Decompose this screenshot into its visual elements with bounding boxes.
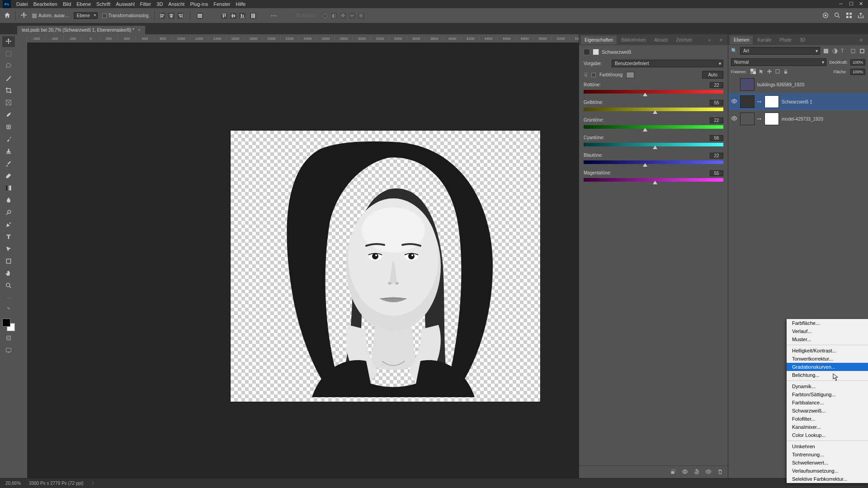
layer-link-icon[interactable]: ⊶ [757, 99, 762, 104]
menu-item-helligkeitkontrast[interactable]: Helligkeit/Kontrast... [787, 347, 868, 355]
layers-menu-icon[interactable]: ≡ [856, 36, 866, 44]
home-icon[interactable] [4, 12, 11, 20]
more-tools-icon[interactable]: ⋯ [6, 296, 11, 301]
screen-mode-icon[interactable] [2, 345, 15, 356]
lasso-tool[interactable] [2, 61, 15, 71]
view-previous-icon[interactable] [682, 469, 688, 476]
eraser-tool[interactable] [2, 170, 15, 181]
menu-item-belichtung[interactable]: Belichtung... [787, 371, 868, 379]
path-tool[interactable] [2, 244, 15, 254]
tab-paragraph[interactable]: Absatz [651, 36, 672, 44]
menu-item-dynamik[interactable]: Dynamik... [787, 382, 868, 390]
lock-all-icon[interactable] [783, 69, 788, 75]
menu-bearbeiten[interactable]: Bearbeiten [33, 1, 57, 7]
lock-transparent-icon[interactable] [750, 69, 756, 75]
menu-ebene[interactable]: Ebene [76, 1, 91, 7]
align-top-icon[interactable] [221, 13, 227, 19]
filter-pixel-icon[interactable] [823, 48, 829, 54]
auto-select-checkbox[interactable] [32, 14, 37, 18]
zoom-tool[interactable] [2, 280, 15, 291]
tab-layers[interactable]: Ebenen [730, 36, 753, 44]
menu-hilfe[interactable]: Hilfe [236, 1, 245, 7]
wand-tool[interactable] [2, 73, 15, 84]
distribute-v-icon[interactable] [250, 13, 256, 19]
gradient-tool[interactable] [2, 183, 15, 193]
menu-filter[interactable]: Filter [140, 1, 151, 7]
align-right-icon[interactable] [177, 13, 184, 19]
doc-info-arrow[interactable]: 〉 [92, 480, 96, 487]
menu-item-muster[interactable]: Muster... [787, 335, 868, 343]
lock-pixels-icon[interactable] [759, 69, 764, 75]
slider-track-2[interactable] [584, 125, 723, 129]
layer-mask-thumb[interactable] [764, 95, 779, 108]
stamp-tool[interactable] [2, 146, 15, 157]
clip-to-layer-icon[interactable] [670, 469, 676, 476]
align-center-v-icon[interactable] [230, 13, 236, 19]
color-swatches[interactable] [2, 319, 15, 331]
tint-color-swatch[interactable] [626, 72, 634, 78]
layer-type-dropdown[interactable]: Ebene [74, 12, 98, 19]
more-options-icon[interactable]: ⋯ [271, 12, 277, 19]
slider-value-4[interactable]: 22 [710, 153, 723, 159]
slider-value-1[interactable]: 55 [710, 100, 723, 106]
heal-tool[interactable] [2, 122, 15, 132]
brush-tool[interactable] [2, 134, 15, 145]
filter-smart-icon[interactable] [859, 48, 865, 54]
menu-schrift[interactable]: Schrift [96, 1, 110, 7]
filter-adjust-icon[interactable] [832, 48, 838, 54]
layer-visibility-icon[interactable] [731, 115, 737, 122]
align-bottom-icon[interactable] [239, 13, 245, 19]
minimize-icon[interactable]: ─ [839, 1, 844, 6]
fill-value[interactable]: 100% [850, 69, 865, 75]
hand-tool[interactable] [2, 268, 15, 279]
quick-mask-icon[interactable] [2, 333, 15, 343]
history-brush-tool[interactable] [2, 158, 15, 169]
move-tool[interactable] [2, 36, 15, 47]
doc-info[interactable]: 3300 Px x 2779 Px (72 ppi) [29, 481, 84, 486]
delete-adjustment-icon[interactable] [717, 469, 723, 476]
menu-auswahl[interactable]: Auswahl [116, 1, 135, 7]
menu-item-verlauf[interactable]: Verlauf... [787, 327, 868, 335]
dodge-tool[interactable] [2, 207, 15, 218]
slider-track-0[interactable] [584, 90, 723, 94]
menu-item-schwarzwei[interactable]: Schwarzweiß... [787, 407, 868, 415]
layer-link-icon[interactable]: ⊶ [757, 117, 762, 121]
tab-3d[interactable]: 3D [796, 36, 809, 44]
menu-fenster[interactable]: Fenster [213, 1, 230, 7]
share-icon[interactable] [857, 12, 864, 20]
cloud-icon[interactable] [822, 12, 829, 20]
blend-mode-dropdown[interactable]: Normal [731, 58, 826, 66]
type-tool[interactable] [2, 231, 15, 242]
menu-item-selektivefarbkorrektur[interactable]: Selektive Farbkorrektur... [787, 475, 868, 483]
lock-artboard-icon[interactable] [775, 69, 780, 75]
slider-value-3[interactable]: 56 [710, 135, 723, 141]
close-tab-icon[interactable]: × [138, 28, 141, 33]
layer-visibility-icon[interactable] [731, 98, 737, 105]
tab-properties[interactable]: Eigenschaften [581, 36, 617, 44]
eyedropper-tool[interactable] [2, 109, 15, 120]
opacity-value[interactable]: 100% [850, 59, 865, 66]
canvas-image[interactable] [231, 131, 540, 402]
distribute-icon[interactable] [197, 13, 203, 19]
reset-icon[interactable] [693, 469, 700, 476]
menu-3d[interactable]: 3D [156, 1, 163, 7]
tab-character[interactable]: Zeichen [672, 36, 696, 44]
menu-item-tontrennung[interactable]: Tontrennung... [787, 450, 868, 459]
toggle-visibility-icon[interactable] [705, 469, 712, 476]
slider-value-0[interactable]: 22 [710, 82, 723, 88]
align-left-icon[interactable] [159, 13, 165, 19]
panel-collapse-icon[interactable]: « [705, 36, 715, 44]
layer-filter-dropdown[interactable]: Art [740, 47, 820, 55]
filter-shape-icon[interactable] [850, 48, 856, 54]
layer-item-1[interactable]: ⊶ Schwarzweiß 1 [728, 93, 868, 110]
tab-libraries[interactable]: Bibliotheken [618, 36, 649, 44]
tab-channels[interactable]: Kanäle [754, 36, 775, 44]
tab-paths[interactable]: Pfade [776, 36, 795, 44]
transform-checkbox[interactable] [102, 14, 107, 18]
close-icon[interactable]: ✕ [859, 1, 864, 6]
zoom-level[interactable]: 20,66% [5, 481, 21, 486]
menu-item-kanalmixer[interactable]: Kanalmixer... [787, 423, 868, 431]
layer-thumb[interactable] [740, 78, 755, 91]
preset-dropdown[interactable]: Benutzerdefiniert [612, 60, 723, 67]
menu-item-colorlookup[interactable]: Color Lookup... [787, 431, 868, 439]
